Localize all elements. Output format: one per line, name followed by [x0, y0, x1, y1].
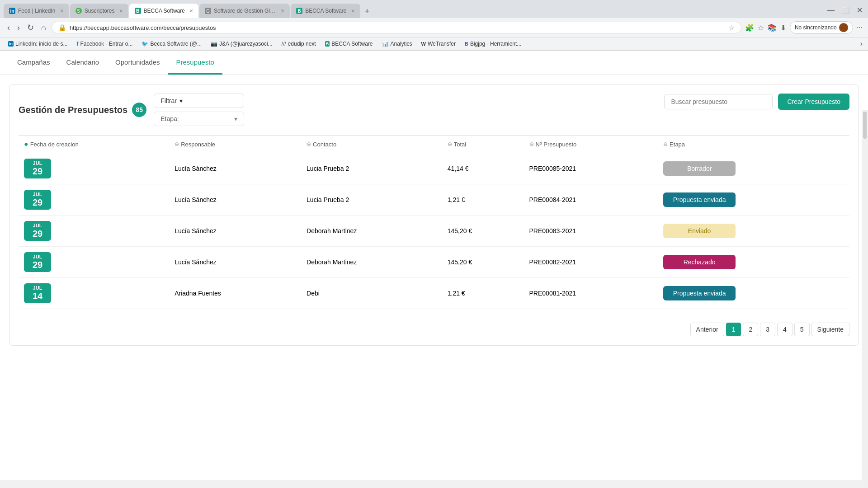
- col-contacto[interactable]: ⊖ Contacto: [301, 136, 442, 153]
- scrollbar-thumb[interactable]: [863, 112, 867, 139]
- minimize-button[interactable]: —: [826, 4, 836, 16]
- extensions-icon[interactable]: 🧩: [745, 23, 754, 32]
- bookmark-facebook[interactable]: f Facebook - Entrar o...: [74, 39, 135, 48]
- more-options-icon[interactable]: ···: [857, 23, 863, 32]
- date-badge: JUL 14: [24, 283, 51, 303]
- wetransfer-bookmark-icon: W: [421, 41, 426, 47]
- search-area: Crear Presupuesto: [664, 94, 849, 110]
- bookmark-linkedin[interactable]: in LinkedIn: inicio de s...: [5, 39, 70, 48]
- date-badge: JUL 29: [24, 190, 51, 210]
- bookmark-twitter[interactable]: 🐦 Becca Software (@...: [139, 39, 204, 48]
- back-button[interactable]: ‹: [5, 21, 12, 34]
- header-controls: Filtrar ▾ Etapa: ▾ Crear Presupuesto: [154, 94, 849, 126]
- col-numero[interactable]: ⊖ Nº Presupuesto: [524, 136, 658, 153]
- becca-favicon: B: [135, 8, 141, 14]
- bookmark-linkedin-label: LinkedIn: inicio de s...: [15, 41, 67, 47]
- nav-tab-oportunidades[interactable]: Oportunidades: [107, 51, 168, 75]
- etapa-badge[interactable]: Propuesta enviada: [663, 192, 736, 207]
- browser-tab-becca[interactable]: B BECCA Software ×: [129, 4, 199, 18]
- maximize-button[interactable]: ⬜: [840, 4, 851, 16]
- close-button[interactable]: ✕: [855, 4, 864, 16]
- date-month: JUL: [26, 223, 49, 228]
- page-title: Gestión de Presupuestos: [19, 105, 127, 115]
- facebook-bookmark-icon: f: [76, 41, 78, 47]
- tab-close-linkedin[interactable]: ×: [60, 7, 64, 14]
- bookmark-bigjpg[interactable]: B Bigjpg - Herramient...: [462, 39, 524, 48]
- etapa-select[interactable]: Etapa: ▾: [154, 112, 244, 126]
- tab-close-gestion[interactable]: ×: [281, 7, 284, 14]
- nav-tab-calendario[interactable]: Calendario: [58, 51, 108, 75]
- refresh-button[interactable]: ↻: [25, 21, 36, 34]
- download-icon[interactable]: ⬇: [780, 23, 786, 32]
- total-cell: 1,21 €: [442, 184, 524, 216]
- bookmarks-more-icon[interactable]: ›: [860, 40, 863, 48]
- header-row: Gestión de Presupuestos 85 Filtrar ▾ Eta…: [19, 94, 849, 126]
- linkedin-bookmark-icon: in: [8, 41, 14, 47]
- tab-close-becca2[interactable]: ×: [351, 7, 355, 14]
- search-input[interactable]: [664, 94, 773, 109]
- bookmark-edudip[interactable]: /// edudip next: [279, 39, 319, 48]
- bookmark-analytics[interactable]: 📊 Analytics: [379, 39, 415, 48]
- collection-icon[interactable]: 📚: [768, 23, 777, 32]
- pagination-next[interactable]: Siguiente: [811, 323, 849, 336]
- table-row[interactable]: JUL 29 Lucía Sánchez Deborah Martinez 14…: [19, 247, 849, 278]
- date-day: 14: [26, 291, 49, 301]
- home-button[interactable]: ⌂: [39, 21, 48, 34]
- numero-cell: PRE00085-2021: [524, 153, 658, 184]
- bookmark-facebook-label: Facebook - Entrar o...: [80, 41, 132, 47]
- tab-close-becca[interactable]: ×: [189, 7, 193, 14]
- browser-tab-becca2[interactable]: B BECCA Software ×: [291, 4, 360, 18]
- app-container: Campañas Calendario Oportunidades Presup…: [0, 51, 868, 480]
- col-total[interactable]: ⊖ Total: [442, 136, 524, 153]
- browser-tab-gestion[interactable]: G Software de Gestión Glob… ×: [199, 4, 290, 18]
- table-row[interactable]: JUL 14 Ariadna Fuentes Debi 1,21 € PRE00…: [19, 278, 849, 309]
- sort-total-icon: ⊖: [448, 141, 452, 147]
- col-responsable[interactable]: ⊖ Responsable: [169, 136, 301, 153]
- browser-tab-linkedin[interactable]: in Feed | LinkedIn ×: [4, 4, 69, 18]
- forward-button[interactable]: ›: [15, 21, 22, 34]
- scrollbar[interactable]: [862, 110, 868, 480]
- bookmark-becca[interactable]: B BECCA Software: [322, 39, 376, 48]
- contacto-cell: Debi: [301, 278, 442, 309]
- pagination-page-4[interactable]: 4: [777, 323, 793, 336]
- filter-button[interactable]: Filtrar ▾: [154, 94, 244, 108]
- contacto-cell: Lucia Prueba 2: [301, 184, 442, 216]
- date-badge: JUL 29: [24, 252, 51, 272]
- linkedin-favicon: in: [9, 8, 15, 14]
- table-row[interactable]: JUL 29 Lucía Sánchez Lucia Prueba 2 1,21…: [19, 184, 849, 216]
- etapa-badge[interactable]: Propuesta enviada: [663, 286, 736, 300]
- tab-title-suscriptores: Suscriptores: [85, 8, 115, 14]
- tab-close-suscriptores[interactable]: ×: [119, 7, 123, 14]
- bigjpg-bookmark-icon: B: [465, 41, 468, 47]
- create-presupuesto-button[interactable]: Crear Presupuesto: [778, 94, 849, 110]
- pagination-page-2[interactable]: 2: [743, 323, 758, 336]
- browser-tab-suscriptores[interactable]: S Suscriptores ×: [70, 4, 128, 18]
- pagination-page-1[interactable]: 1: [726, 323, 741, 336]
- col-etapa[interactable]: ⊖ Etapa: [658, 136, 849, 153]
- table-row[interactable]: JUL 29 Lucía Sánchez Deborah Martinez 14…: [19, 216, 849, 247]
- star-icon[interactable]: ☆: [729, 24, 735, 31]
- url-bar[interactable]: 🔒 https://beccapp.beccasoftware.com/becc…: [52, 22, 741, 33]
- etapa-badge[interactable]: Borrador: [663, 161, 736, 176]
- etapa-badge[interactable]: Enviado: [663, 224, 736, 238]
- filter-col: Filtrar ▾ Etapa: ▾: [154, 94, 244, 126]
- etapa-badge[interactable]: Rechazado: [663, 255, 736, 269]
- bookmark-star-icon[interactable]: ☆: [758, 23, 764, 32]
- nav-tab-campanas[interactable]: Campañas: [9, 51, 58, 75]
- contacto-cell: Lucia Prueba 2: [301, 153, 442, 184]
- pagination-page-3[interactable]: 3: [760, 323, 775, 336]
- pagination-prev[interactable]: Anterior: [690, 323, 724, 336]
- becca-bookmark-icon: B: [325, 41, 330, 47]
- profile-button[interactable]: No sincronizando: [790, 21, 853, 34]
- table-row[interactable]: JUL 29 Lucía Sánchez Lucia Prueba 2 41,1…: [19, 153, 849, 184]
- bookmark-instagram[interactable]: 📷 J&A (@juarezyasoci...: [208, 39, 275, 48]
- pagination-page-5[interactable]: 5: [794, 323, 810, 336]
- bookmark-wetransfer[interactable]: W WeTransfer: [419, 39, 458, 48]
- bookmark-twitter-label: Becca Software (@...: [150, 41, 202, 47]
- col-fecha[interactable]: ● Fecha de creacion: [19, 136, 169, 153]
- new-tab-button[interactable]: +: [361, 5, 373, 18]
- nav-tab-presupuesto[interactable]: Presupuesto: [168, 51, 222, 75]
- bookmark-instagram-label: J&A (@juarezyasoci...: [219, 41, 273, 47]
- tab-title-gestion: Software de Gestión Glob…: [214, 8, 276, 14]
- bookmark-bigjpg-label: Bigjpg - Herramient...: [470, 41, 521, 47]
